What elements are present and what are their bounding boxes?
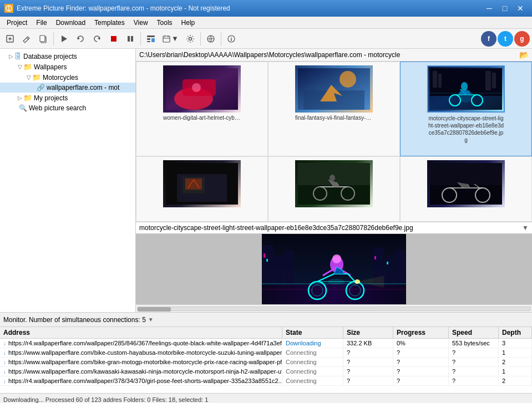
- toolbar-stop-btn[interactable]: [106, 31, 121, 47]
- scroll-thumb[interactable]: [138, 307, 171, 312]
- tree-item-wallpapers[interactable]: ▽ 📁 Wallpapers: [0, 62, 135, 72]
- tree-item-database-projects[interactable]: ▷ 🗄 Database projects: [0, 51, 135, 62]
- svg-rect-15: [147, 35, 155, 37]
- status-text: Monitor. Number of simultaneous connecti…: [3, 316, 146, 324]
- tree-item-myprojects[interactable]: ▷ 📁 My projects: [0, 93, 135, 103]
- menu-tools[interactable]: Tools: [153, 17, 177, 29]
- schedule-dropdown[interactable]: ▼: [171, 34, 179, 43]
- dl-size-5: ?: [343, 376, 393, 385]
- toolbar-info-btn[interactable]: [224, 31, 239, 47]
- thumbnail-item-1[interactable]: women-digital-art-helmet-cyberpunk-...: [136, 62, 268, 156]
- dl-size-1: 332.2 KB: [343, 339, 393, 348]
- toolbar-schedule-btn[interactable]: ▼: [160, 31, 181, 47]
- twitter-btn[interactable]: t: [498, 31, 513, 47]
- scroll-track[interactable]: [137, 307, 531, 311]
- menu-project[interactable]: Project: [2, 17, 32, 29]
- horizontal-scrollbar[interactable]: [136, 304, 532, 312]
- downloads-header: Address State Size Progress Speed Depth: [0, 327, 532, 339]
- toolbar-play-btn[interactable]: [56, 31, 72, 47]
- dl-state-1: Downloading: [282, 339, 343, 348]
- minimize-button[interactable]: ─: [482, 3, 496, 14]
- dl-url-5: ↓ https://r4.wallpaperflare.com/wallpape…: [0, 376, 282, 385]
- menu-view[interactable]: View: [129, 17, 153, 29]
- download-row-5[interactable]: ↓ https://r4.wallpaperflare.com/wallpape…: [0, 376, 532, 386]
- selected-filename: motorcycle-cityscape-street-light-street…: [139, 224, 413, 232]
- thumbnail-image-5: [295, 160, 373, 207]
- svg-rect-41: [492, 73, 496, 88]
- toolbar-copy-btn[interactable]: [36, 31, 51, 47]
- tree-item-wallpaperflare[interactable]: 🔗 wallpaperflare.com - mot: [0, 83, 135, 93]
- dl-speed-4: ?: [449, 367, 499, 376]
- status-dropdown-btn[interactable]: ▼: [148, 317, 154, 323]
- dl-state-5: Connecting: [282, 376, 343, 385]
- svg-rect-66: [262, 245, 273, 284]
- download-row-4[interactable]: ↓ https://www.wallpaperflare.com/kawasak…: [0, 367, 532, 376]
- dl-progress-2: ?: [393, 348, 449, 357]
- preview-area: [136, 234, 532, 304]
- col-size: Size: [343, 327, 393, 338]
- tree-item-motorcycles[interactable]: ▽ 📁 Motorcycles: [0, 72, 135, 83]
- downloads-rows: ↓ https://r4.wallpaperflare.com/wallpape…: [0, 339, 532, 393]
- toolbar-undo-btn[interactable]: [73, 31, 88, 47]
- expand-icon: ▷: [18, 95, 22, 101]
- thumbnail-item-3[interactable]: motorcycle-cityscape-street-light-street…: [400, 62, 532, 156]
- selected-file-bar: motorcycle-cityscape-street-light-street…: [136, 222, 532, 234]
- dl-state-2: Connecting: [282, 348, 343, 357]
- facebook-btn[interactable]: f: [481, 31, 496, 47]
- maximize-button[interactable]: □: [498, 3, 512, 14]
- toolbar-browser-btn[interactable]: [203, 31, 219, 47]
- toolbar-settings-btn[interactable]: [183, 31, 198, 47]
- download-row-1[interactable]: ↓ https://r4.wallpaperflare.com/wallpape…: [0, 339, 532, 348]
- col-state: State: [282, 327, 343, 338]
- toolbar-pause-btn[interactable]: [123, 31, 138, 47]
- menu-help[interactable]: Help: [177, 17, 200, 29]
- thumbnail-item-4[interactable]: [136, 156, 268, 222]
- tree-item-webpicture[interactable]: 🔍 Web picture search: [0, 103, 135, 113]
- svg-rect-18: [151, 38, 155, 42]
- dl-depth-5: 2: [499, 376, 532, 385]
- toolbar-sep-3: [200, 32, 201, 45]
- svg-rect-73: [266, 259, 268, 262]
- svg-rect-8: [40, 35, 45, 42]
- google-btn[interactable]: g: [514, 31, 530, 47]
- thumbnail-item-2[interactable]: final-fantasy-vii-final-fantasy-vii-re-.…: [268, 62, 400, 156]
- thumbnail-label-2: final-fantasy-vii-final-fantasy-vii-re-.…: [295, 115, 373, 121]
- dl-size-4: ?: [343, 367, 393, 376]
- svg-rect-74: [374, 256, 376, 259]
- thumbnail-item-6[interactable]: [400, 156, 532, 222]
- svg-rect-19: [163, 36, 170, 42]
- toolbar-edit-btn[interactable]: [19, 31, 34, 47]
- toolbar-redo-btn[interactable]: [89, 31, 105, 47]
- menu-templates[interactable]: Templates: [90, 17, 129, 29]
- preview-image: [262, 234, 406, 304]
- svg-rect-14: [131, 36, 133, 42]
- dl-state-4: Connecting: [282, 367, 343, 376]
- toolbar-templates-btn[interactable]: [143, 31, 159, 47]
- tree-label: My projects: [34, 94, 68, 102]
- dl-speed-1: 553 bytes/sec: [449, 339, 499, 348]
- thumbnail-item-5[interactable]: [268, 156, 400, 222]
- dl-url-2: ↓ https://www.wallpaperflare.com/bike-cu…: [0, 348, 282, 357]
- svg-point-79: [332, 254, 341, 263]
- menu-file[interactable]: File: [32, 17, 51, 29]
- toolbar-new-btn[interactable]: [2, 31, 18, 47]
- app-icon: [4, 4, 13, 13]
- svg-rect-67: [274, 256, 282, 284]
- dl-speed-5: ?: [449, 376, 499, 385]
- svg-rect-40: [485, 71, 491, 90]
- dl-size-3: ?: [343, 358, 393, 366]
- tree-label: Database projects: [23, 53, 77, 60]
- open-folder-btn[interactable]: 📂: [519, 50, 529, 59]
- svg-rect-68: [283, 251, 293, 284]
- dl-progress-3: ?: [393, 358, 449, 366]
- col-depth: Depth: [499, 327, 532, 338]
- tree-label: Motorcycles: [43, 74, 78, 81]
- svg-rect-12: [111, 36, 116, 42]
- thumbnail-image-1: [163, 65, 241, 113]
- menu-download[interactable]: Download: [52, 17, 90, 29]
- folder-icon: 📁: [23, 63, 32, 71]
- close-button[interactable]: ✕: [513, 3, 528, 14]
- filename-dropdown-btn[interactable]: ▼: [522, 224, 529, 232]
- download-row-2[interactable]: ↓ https://www.wallpaperflare.com/bike-cu…: [0, 348, 532, 358]
- download-row-3[interactable]: ↓ https://www.wallpaperflare.com/bike-gr…: [0, 358, 532, 367]
